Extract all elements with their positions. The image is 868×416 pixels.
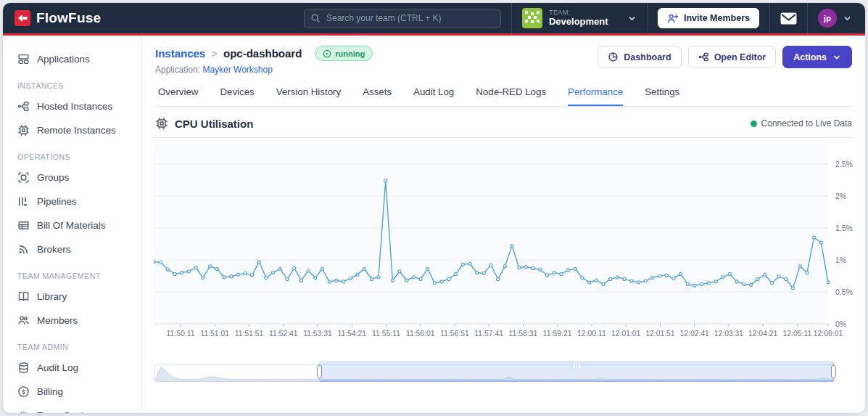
svg-text:11:56:51: 11:56:51 (440, 330, 469, 338)
sidebar-item-label: Bill Of Materials (37, 220, 106, 231)
sidebar-item-groups[interactable]: Groups (15, 166, 134, 189)
tab-performance[interactable]: Performance (568, 86, 623, 106)
actions-button-label: Actions (793, 52, 827, 62)
tab-overview[interactable]: Overview (158, 86, 198, 106)
search-icon (310, 13, 321, 23)
application-link[interactable]: Mayker Workshop (202, 65, 272, 75)
tab-settings[interactable]: Settings (645, 86, 679, 106)
user-menu[interactable]: jp (818, 9, 852, 28)
range-handle-right[interactable] (831, 365, 836, 378)
sidebar-item-remote-instances[interactable]: Remote Instances (15, 118, 134, 142)
sidebar-item-pipelines[interactable]: Pipelines (15, 189, 134, 213)
node-red-flow-icon (698, 52, 709, 62)
svg-text:12:06:01: 12:06:01 (814, 330, 843, 338)
instance-tabs: Overview Devices Version History Assets … (154, 78, 853, 107)
cpu-panel-title-label: CPU Utilisation (175, 118, 253, 130)
instance-actions: Dashboard Open Editor Actions (598, 46, 852, 68)
navbar-divider (511, 3, 512, 33)
dashboard-button-label: Dashboard (624, 52, 671, 62)
sidebar-item-brokers[interactable]: Brokers (15, 237, 134, 261)
range-grip-icon[interactable] (574, 364, 580, 368)
svg-text:12:02:41: 12:02:41 (679, 330, 709, 338)
svg-text:1%: 1% (835, 256, 846, 264)
billing-icon: $ (17, 386, 30, 398)
library-icon (17, 290, 30, 303)
invite-members-button[interactable]: Invite Members (658, 8, 759, 28)
application-line: Application: Mayker Workshop (155, 65, 373, 75)
navbar-divider (769, 3, 770, 33)
search-input[interactable] (304, 9, 501, 28)
members-icon (17, 314, 30, 327)
tab-audit-log[interactable]: Audit Log (413, 86, 454, 106)
invite-members-label: Invite Members (684, 13, 750, 23)
sidebar-item-library[interactable]: Library (15, 285, 134, 309)
sidebar-item-bill-of-materials[interactable]: Bill Of Materials (15, 213, 134, 237)
notifications-button[interactable] (780, 12, 797, 25)
cpu-utilisation-chart[interactable]: 0%0.5%1%1.5%2%2.5%11:50:1111:51:0111:51:… (154, 141, 853, 356)
user-avatar: jp (818, 9, 837, 28)
flowfuse-logo-icon (15, 10, 30, 26)
sidebar-section-team-management: TEAM MANAGEMENT (17, 272, 134, 280)
person-plus-icon (667, 13, 679, 24)
sidebar-item-label: Library (37, 291, 67, 302)
page-header: Instances > opc-dashboard running Applic… (154, 36, 853, 78)
tab-version-history[interactable]: Version History (276, 86, 341, 106)
top-navbar: FlowFuse TEAM: Development (3, 3, 865, 33)
dashboard-button[interactable]: Dashboard (598, 46, 681, 68)
status-badge-label: running (335, 49, 365, 58)
svg-text:$: $ (22, 388, 25, 396)
live-status-label: Connected to Live Data (761, 118, 852, 129)
tab-assets[interactable]: Assets (363, 86, 392, 106)
team-avatar (522, 8, 542, 28)
svg-text:11:52:41: 11:52:41 (269, 330, 298, 338)
svg-text:11:50:11: 11:50:11 (167, 330, 195, 338)
sidebar-item-label: Billing (37, 386, 63, 397)
sidebar-item-label: Hosted Instances (37, 101, 112, 112)
status-badge: running (315, 46, 373, 61)
svg-text:12:03:31: 12:03:31 (714, 330, 744, 338)
cpu-panel-title: CPU Utilisation (155, 117, 253, 130)
open-editor-button-label: Open Editor (714, 52, 766, 62)
cpu-panel-header: CPU Utilisation Connected to Live Data (154, 117, 853, 138)
sidebar-item-audit-log[interactable]: Audit Log (15, 356, 134, 380)
range-selection[interactable] (319, 362, 834, 382)
chevron-down-icon (627, 14, 637, 23)
svg-text:11:57:41: 11:57:41 (474, 330, 503, 338)
sidebar-item-hosted-instances[interactable]: Hosted Instances (15, 94, 134, 118)
sidebar-item-members[interactable]: Members (15, 309, 134, 333)
sidebar: Applications INSTANCES Hosted Instances … (3, 36, 142, 413)
sidebar-item-label: Members (37, 315, 78, 326)
live-data-status: Connected to Live Data (751, 118, 852, 129)
breadcrumb-separator: > (211, 47, 218, 60)
breadcrumb-instances-link[interactable]: Instances (155, 47, 205, 60)
svg-text:11:59:21: 11:59:21 (543, 330, 572, 338)
sidebar-item-applications[interactable]: Applications (15, 47, 134, 71)
chevron-down-icon (843, 14, 852, 23)
sidebar-item-team-settings[interactable]: Team Settings (15, 404, 134, 413)
bill-of-materials-icon (17, 219, 30, 232)
brand-name: FlowFuse (36, 10, 101, 26)
team-switcher[interactable]: TEAM: Development (522, 8, 637, 28)
live-dot-icon (751, 121, 757, 127)
sidebar-item-billing[interactable]: $ Billing (15, 380, 134, 404)
instance-name: opc-dashboard (223, 47, 302, 60)
chart-range-selector[interactable] (154, 364, 835, 382)
sidebar-item-label: Team Settings (37, 410, 99, 413)
actions-button[interactable]: Actions (782, 46, 852, 68)
gear-icon (17, 409, 30, 413)
remote-instances-icon (17, 124, 30, 136)
applications-icon (17, 53, 30, 65)
svg-text:12:01:51: 12:01:51 (645, 330, 675, 338)
flowfuse-logo[interactable]: FlowFuse (15, 10, 101, 26)
hosted-instances-icon (17, 100, 30, 113)
open-editor-button[interactable]: Open Editor (688, 46, 777, 68)
envelope-icon (780, 12, 797, 25)
range-handle-left[interactable] (317, 365, 322, 378)
team-name: Development (549, 17, 608, 28)
tab-devices[interactable]: Devices (220, 86, 254, 106)
pipelines-icon (17, 195, 30, 208)
svg-text:12:01:01: 12:01:01 (611, 330, 641, 338)
tab-node-red-logs[interactable]: Node-RED Logs (476, 86, 546, 106)
svg-text:2.5%: 2.5% (835, 160, 853, 168)
svg-text:11:51:01: 11:51:01 (200, 330, 229, 338)
